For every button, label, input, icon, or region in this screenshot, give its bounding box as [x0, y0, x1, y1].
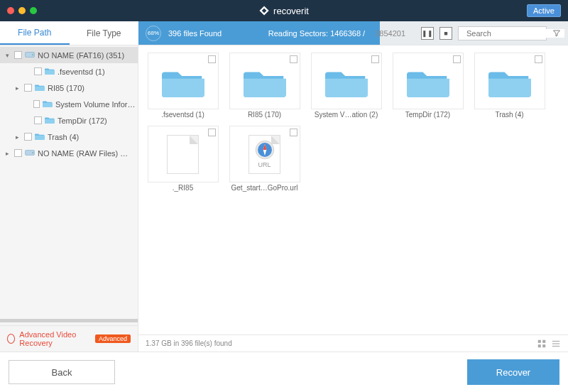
checkbox[interactable] [33, 100, 40, 108]
tree-label: RI85 (170) [48, 84, 84, 92]
item-label: RI85 (170) [248, 111, 281, 119]
item-label: TempDir (172) [405, 111, 450, 119]
item-label: Trash (4) [495, 111, 523, 119]
svg-rect-11 [542, 339, 545, 342]
drive-icon [25, 50, 35, 60]
tree-row[interactable]: TempDir (172) [0, 112, 138, 129]
minimize-dot[interactable] [18, 7, 26, 14]
brand-text: recoverit [273, 6, 309, 16]
view-toggle [537, 339, 561, 349]
folder-icon [35, 132, 45, 141]
grid-item[interactable]: Trash (4) [472, 53, 547, 119]
content-pane: .fseventsd (1)RI85 (170)System V…ation (… [138, 45, 568, 352]
thumbnail [148, 53, 219, 109]
checkbox[interactable] [14, 51, 22, 59]
tree-label: Trash (4) [48, 133, 79, 141]
progress-ring: 68% [146, 26, 161, 41]
search-box[interactable] [458, 26, 547, 40]
svg-point-5 [32, 54, 33, 55]
advanced-video-recovery[interactable]: Advanced Video Recovery Advanced [0, 325, 138, 352]
app-brand: recoverit [259, 6, 309, 16]
zoom-dot[interactable] [30, 7, 37, 14]
tab-file-type[interactable]: File Type [70, 21, 139, 45]
svg-rect-13 [542, 344, 545, 347]
checkbox[interactable] [371, 55, 379, 63]
grid-view-icon[interactable] [537, 339, 547, 349]
grid-item[interactable]: System V…ation (2) [309, 53, 383, 119]
folder-icon [45, 116, 55, 125]
main-area: ▾NO NAME (FAT16) (351).fseventsd (1)▸RI8… [0, 45, 568, 352]
tree-row[interactable]: ▾NO NAME (FAT16) (351) [0, 47, 138, 63]
grid-item[interactable]: TempDir (172) [390, 53, 465, 119]
tree-row[interactable]: ▸RI85 (170) [0, 80, 138, 96]
checkbox[interactable] [535, 55, 542, 63]
stop-button[interactable]: ■ [439, 27, 452, 40]
checkbox[interactable] [14, 149, 22, 157]
thumbnail [229, 53, 300, 109]
window-controls [7, 7, 37, 14]
brand-icon [259, 6, 269, 16]
checkbox[interactable] [34, 116, 42, 124]
checkbox[interactable] [290, 129, 297, 136]
tree-row[interactable]: ▸NO NAME (RAW Files) (45) [0, 145, 138, 161]
item-label: ._RI85 [173, 184, 193, 192]
scan-controls: ❚❚ ■ [421, 26, 561, 40]
tree-row[interactable]: ▸Trash (4) [0, 129, 138, 145]
checkbox[interactable] [453, 55, 461, 63]
grid-item[interactable]: .fseventsd (1) [146, 53, 220, 119]
caret-icon: ▾ [6, 52, 11, 59]
item-label: System V…ation (2) [315, 111, 378, 119]
tree-row[interactable]: System Volume Information ( [0, 96, 138, 112]
checkbox[interactable] [208, 55, 216, 63]
recover-button[interactable]: Recover [467, 359, 559, 385]
svg-point-7 [32, 152, 33, 153]
thumbnail [474, 53, 545, 109]
status-text: 1.37 GB in 396 file(s) found [146, 339, 232, 347]
tab-file-path[interactable]: File Path [0, 21, 70, 45]
thumbnail [311, 53, 382, 109]
back-button[interactable]: Back [9, 360, 115, 384]
titlebar: recoverit Active [0, 0, 568, 21]
folder-icon [45, 67, 55, 76]
caret-icon: ▸ [16, 134, 21, 141]
sectors-prefix: Reading Sectors: [268, 29, 328, 38]
active-button[interactable]: Active [527, 4, 561, 17]
caret-icon: ▸ [6, 150, 11, 157]
close-dot[interactable] [7, 7, 14, 14]
checkbox[interactable] [208, 129, 216, 136]
checkbox[interactable] [34, 67, 42, 75]
grid-item[interactable]: URLGet_start…GoPro.url [227, 126, 302, 192]
sectors-label: Reading Sectors: 1466368 / [268, 29, 365, 38]
sidebar-tabs: File Path File Type [0, 21, 138, 45]
sectors-total: 3854201 [375, 29, 405, 38]
scan-bar: 68% 396 files Found Reading Sectors: 146… [138, 21, 568, 45]
tree-label: TempDir (172) [58, 116, 107, 125]
file-grid: .fseventsd (1)RI85 (170)System V…ation (… [138, 45, 568, 334]
tree-label: System Volume Information ( [55, 100, 138, 109]
footer: Back Recover [0, 352, 568, 392]
avr-text: Advanced Video Recovery [19, 330, 91, 347]
checkbox[interactable] [290, 55, 297, 63]
sidebar-scrollbar[interactable] [0, 319, 138, 322]
filter-icon[interactable] [552, 28, 561, 38]
caret-icon: ▸ [16, 85, 21, 92]
thumbnail [148, 126, 219, 183]
checkbox[interactable] [24, 133, 32, 141]
avr-badge: Advanced [95, 334, 131, 343]
pause-button[interactable]: ❚❚ [421, 27, 434, 40]
drive-icon [25, 148, 35, 158]
search-input[interactable] [466, 29, 564, 38]
file-tree: ▾NO NAME (FAT16) (351).fseventsd (1)▸RI8… [0, 45, 138, 319]
thumbnail [393, 53, 464, 109]
item-label: Get_start…GoPro.url [231, 184, 298, 192]
svg-rect-14 [552, 340, 560, 341]
grid-item[interactable]: RI85 (170) [227, 53, 302, 119]
statusbar: 1.37 GB in 396 file(s) found [138, 334, 568, 352]
list-view-icon[interactable] [551, 339, 561, 349]
grid-item[interactable]: ._RI85 [146, 126, 220, 192]
tree-row[interactable]: .fseventsd (1) [0, 63, 138, 80]
sidebar: ▾NO NAME (FAT16) (351).fseventsd (1)▸RI8… [0, 45, 138, 352]
thumbnail: URL [229, 126, 300, 183]
checkbox[interactable] [24, 84, 32, 92]
svg-rect-15 [552, 343, 560, 344]
